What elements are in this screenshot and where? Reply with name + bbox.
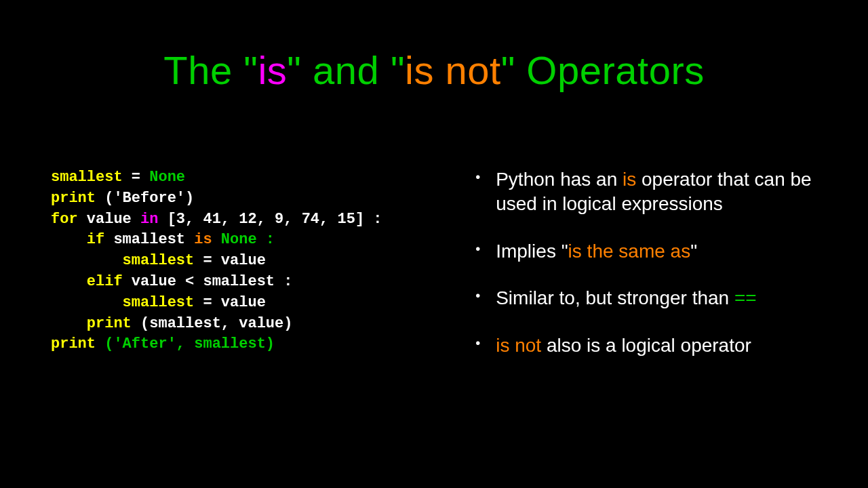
code-token: elif [51,273,123,290]
code-block: smallest = None print ('Before') for val… [51,167,469,355]
bullet-column: Python has an is operator that can be us… [469,167,868,381]
slide-body: smallest = None print ('Before') for val… [0,167,868,381]
title-is: is [258,48,287,92]
code-token: print [51,336,96,352]
code-token: ('After', smallest) [96,336,275,352]
slide-title: The "is" and "is not" Operators [0,0,868,93]
code-token: print [51,190,96,207]
title-text-1: The " [163,48,258,92]
code-token: (smallest, value) [132,315,293,332]
code-token: = value [194,294,266,311]
code-token: smallest [104,231,194,248]
code-token: is [194,231,212,248]
bullet-keyword-is-not: is not [496,335,541,356]
code-token: for [51,211,78,228]
code-token: print [51,315,132,332]
bullet-text: " [690,241,697,262]
code-token: if [51,231,104,248]
bullet-item: is not also is a logical operator [475,333,831,358]
code-token: value < smallest : [123,273,293,290]
code-token: smallest [51,169,123,186]
code-token: smallest [51,252,194,269]
bullet-text: Implies " [496,241,568,262]
bullet-item: Implies "is the same as" [475,239,831,264]
code-token: None : [212,231,275,248]
code-token: value [78,211,140,228]
bullet-keyword-same-as: is the same as [568,241,691,262]
code-token: [3, 41, 12, 9, 74, 15] : [158,211,382,228]
bullet-list: Python has an is operator that can be us… [475,167,831,358]
code-token: = value [194,252,266,269]
bullet-keyword-is: is [623,169,636,190]
title-text-3: " Operators [501,48,705,92]
code-token: = [123,169,150,186]
bullet-item: Similar to, but stronger than == [475,286,831,310]
bullet-text: also is a logical operator [541,335,751,356]
bullet-text: Python has an [496,169,623,190]
code-token: None [149,169,185,186]
slide: The "is" and "is not" Operators smallest… [0,0,868,488]
bullet-keyword-eq: == [734,287,757,308]
code-column: smallest = None print ('Before') for val… [0,167,469,381]
title-is-not: is not [405,48,501,92]
title-text-2: " and " [287,48,405,92]
bullet-text: Similar to, but stronger than [496,287,734,308]
code-token: in [140,211,158,228]
code-token: ('Before') [96,190,194,207]
code-token: smallest [51,294,194,311]
bullet-item: Python has an is operator that can be us… [475,167,831,216]
